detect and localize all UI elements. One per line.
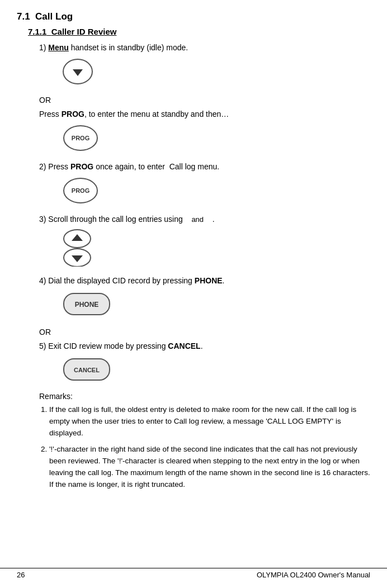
nav-arrows: [62, 229, 370, 268]
step-4: 4) Dial the displayed CID record by pres…: [39, 275, 370, 320]
remark-item-2: '!'-character in the right hand side of …: [49, 444, 370, 491]
brand-label: OLYMPIA OL2400 Owner's Manual: [257, 571, 370, 579]
svg-marker-9: [72, 255, 83, 262]
step-2: 2) Press PROG once again, to enter Call …: [39, 161, 370, 207]
subsection-number: 7.1.1: [28, 27, 46, 36]
prog-button-2: PROG: [62, 176, 370, 207]
step-1-or: Press PROG, to enter the menu at standby…: [39, 108, 370, 154]
section-name: Call Log: [35, 11, 73, 22]
step-5-text: 5) Exit CID review mode by pressing CANC…: [39, 340, 370, 352]
or-text-1: OR: [39, 94, 370, 106]
section-title: 7.1 Call Log: [17, 11, 370, 22]
step-4-text: 4) Dial the displayed CID record by pres…: [39, 275, 370, 287]
phone-button: PHONE: [62, 290, 370, 320]
step-1-text: 1) Menu handset is in standby (idle) mod…: [39, 42, 370, 54]
remarks-title: Remarks:: [39, 392, 370, 401]
step-3: 3) Scroll through the call log entries u…: [39, 214, 370, 268]
svg-text:PHONE: PHONE: [75, 301, 99, 309]
svg-text:CANCEL: CANCEL: [74, 367, 100, 373]
remarks-list: If the call log is full, the oldest entr…: [49, 404, 370, 490]
svg-text:PROG: PROG: [72, 187, 89, 194]
or-text-2: OR: [39, 326, 370, 338]
page-number: 26: [17, 571, 25, 579]
subsection-title: 7.1.1 Caller ID Review: [28, 27, 370, 36]
subsection-name: Caller ID Review: [51, 27, 117, 36]
svg-text:PROG: PROG: [72, 135, 89, 141]
footer: 26 OLYMPIA OL2400 Owner's Manual: [0, 568, 387, 579]
prog-button-1: PROG: [62, 124, 370, 154]
svg-marker-1: [73, 69, 83, 76]
step-1-or-text: Press PROG, to enter the menu at standby…: [39, 108, 370, 120]
remarks-section: Remarks: If the call log is full, the ol…: [39, 392, 370, 490]
menu-down-button: [62, 57, 370, 88]
step-1: 1) Menu handset is in standby (idle) mod…: [39, 42, 370, 88]
remark-item-1: If the call log is full, the oldest entr…: [49, 404, 370, 439]
step-5: 5) Exit CID review mode by pressing CANC…: [39, 340, 370, 385]
step-2-text: 2) Press PROG once again, to enter Call …: [39, 161, 370, 173]
cancel-button: CANCEL: [62, 355, 370, 385]
section-number: 7.1: [17, 11, 30, 22]
svg-marker-7: [72, 234, 83, 241]
step-3-text: 3) Scroll through the call log entries u…: [39, 214, 370, 225]
